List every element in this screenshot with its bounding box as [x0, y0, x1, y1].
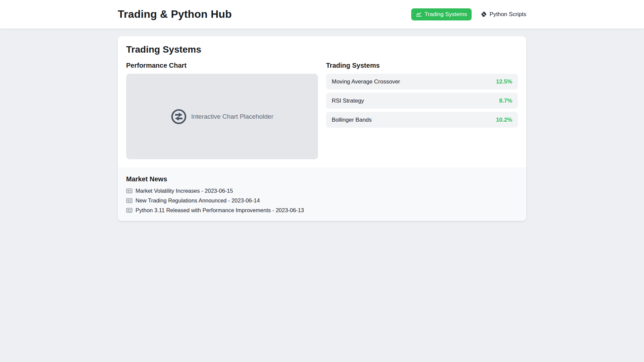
- chart-line-icon: [416, 11, 422, 17]
- app-header: Trading & Python Hub Trading Systems: [0, 0, 644, 29]
- trading-systems-list-title: Trading Systems: [326, 62, 518, 69]
- app-title: Trading & Python Hub: [118, 8, 232, 20]
- system-performance: 8.7%: [499, 98, 512, 104]
- exchange-arrows-icon: [171, 109, 187, 125]
- performance-chart-panel: Performance Chart Interactive Chart Plac…: [126, 62, 318, 159]
- python-icon: [481, 11, 487, 17]
- main-nav: Trading Systems Python Scripts: [411, 8, 526, 20]
- market-news-section: Market News Market Volatility Increases …: [118, 167, 526, 221]
- market-news-title: Market News: [126, 175, 518, 183]
- system-name: Moving Average Crossover: [332, 78, 400, 85]
- system-row-rsi-strategy[interactable]: RSI Strategy 8.7%: [326, 93, 518, 109]
- system-row-bollinger-bands[interactable]: Bollinger Bands 10.2%: [326, 112, 518, 128]
- news-item: Python 3.11 Released with Performance Im…: [126, 207, 518, 214]
- interactive-chart-placeholder: Interactive Chart Placeholder: [126, 74, 318, 159]
- news-item: Market Volatility Increases - 2023-06-15: [126, 188, 518, 194]
- nav-trading-systems-label: Trading Systems: [424, 11, 467, 18]
- nav-trading-systems-button[interactable]: Trading Systems: [411, 8, 472, 20]
- newspaper-icon: [126, 188, 132, 193]
- trading-systems-panel: Trading Systems Moving Average Crossover…: [326, 62, 518, 159]
- chart-placeholder-text: Interactive Chart Placeholder: [191, 113, 273, 120]
- trading-systems-card: Trading Systems Performance Chart Intera…: [118, 36, 526, 221]
- news-headline: New Trading Regulations Announced - 2023…: [136, 197, 260, 204]
- news-headline: Python 3.11 Released with Performance Im…: [136, 207, 304, 214]
- performance-chart-title: Performance Chart: [126, 62, 318, 69]
- news-item: New Trading Regulations Announced - 2023…: [126, 197, 518, 204]
- nav-python-scripts-link[interactable]: Python Scripts: [481, 11, 526, 18]
- system-performance: 10.2%: [496, 117, 512, 123]
- nav-python-scripts-label: Python Scripts: [489, 11, 526, 18]
- system-performance: 12.5%: [496, 78, 512, 85]
- news-headline: Market Volatility Increases - 2023-06-15: [136, 188, 233, 194]
- newspaper-icon: [126, 208, 132, 213]
- system-row-moving-average-crossover[interactable]: Moving Average Crossover 12.5%: [326, 74, 518, 89]
- system-name: RSI Strategy: [332, 98, 364, 104]
- system-name: Bollinger Bands: [332, 117, 372, 123]
- newspaper-icon: [126, 198, 132, 203]
- page-title: Trading Systems: [126, 44, 518, 55]
- main-content: Trading Systems Performance Chart Intera…: [118, 29, 526, 221]
